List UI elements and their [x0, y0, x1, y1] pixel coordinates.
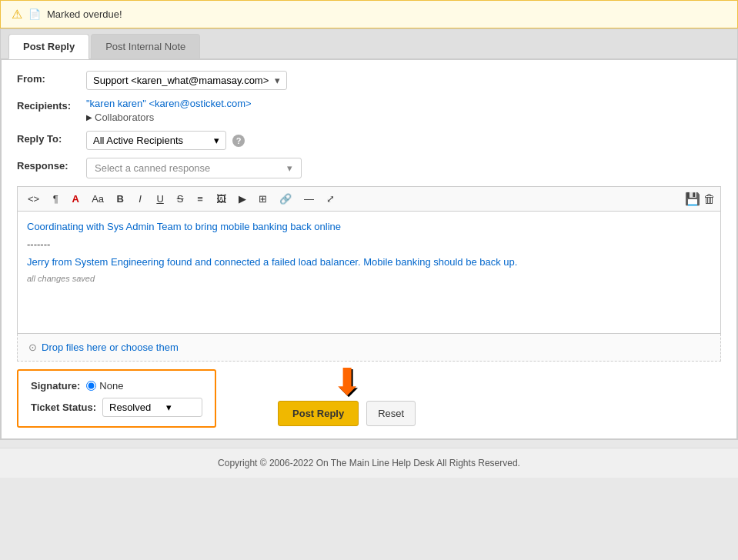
- from-row: From: Support <karen_what@mamasay.com> ▾: [17, 71, 721, 90]
- doc-icon: 📄: [28, 8, 41, 20]
- arrow-right-icon: ▶: [86, 113, 92, 122]
- from-value: Support <karen_what@mamasay.com> ▾: [86, 71, 721, 90]
- reply-to-text: All Active Recipients: [93, 135, 183, 146]
- delete-draft-icon[interactable]: 🗑: [703, 192, 716, 206]
- post-reply-button[interactable]: Post Reply: [278, 401, 359, 426]
- signature-label: Signature:: [31, 380, 80, 392]
- reset-button[interactable]: Reset: [366, 401, 416, 426]
- signature-none-option[interactable]: None: [86, 380, 123, 392]
- canned-chevron-icon: ▾: [287, 162, 292, 174]
- signature-row: Signature: None: [31, 380, 202, 392]
- toolbar-right: 💾 🗑: [685, 192, 716, 206]
- canned-response-select[interactable]: Select a canned response ▾: [86, 158, 302, 178]
- bottom-section: Signature: None Ticket Status: Resolved …: [17, 369, 721, 428]
- toolbar-bold-btn[interactable]: B: [111, 190, 129, 208]
- toolbar-font-size-btn[interactable]: Aa: [86, 190, 109, 208]
- save-draft-icon[interactable]: 💾: [685, 192, 700, 206]
- response-row: Response: Select a canned response ▾: [17, 158, 721, 178]
- footer: Copyright © 2006-2022 On The Main Line H…: [0, 448, 738, 478]
- footer-text: Copyright © 2006-2022 On The Main Line H…: [218, 458, 520, 468]
- toolbar-video-btn[interactable]: ▶: [233, 190, 252, 208]
- collaborators-link[interactable]: ▶ Collaborators: [86, 112, 721, 123]
- reply-to-label: Reply To:: [17, 131, 86, 145]
- signature-none-label: None: [99, 380, 123, 392]
- help-icon[interactable]: ?: [232, 135, 245, 147]
- toolbar-hr-btn[interactable]: —: [299, 190, 319, 208]
- response-value: Select a canned response ▾: [86, 158, 721, 178]
- drop-files-text[interactable]: Drop files here or choose them: [42, 342, 179, 353]
- signature-none-radio[interactable]: [86, 381, 96, 391]
- down-arrow-icon: ⬇: [332, 364, 362, 401]
- toolbar-left: <> ¶ A Aa B I U S ≡ 🖼 ▶ ⊞ 🔗 — ⤢: [22, 190, 340, 208]
- reply-to-chevron-icon: ▾: [214, 135, 219, 146]
- signature-status-box: Signature: None Ticket Status: Resolved …: [17, 369, 216, 428]
- drop-files-area[interactable]: ⊙ Drop files here or choose them: [17, 334, 721, 362]
- from-label: From:: [17, 71, 86, 85]
- response-label: Response:: [17, 158, 86, 172]
- warning-icon: ⚠: [12, 7, 22, 22]
- toolbar-italic-btn[interactable]: I: [131, 190, 149, 208]
- toolbar-underline-btn[interactable]: U: [151, 190, 169, 208]
- ticket-status-label: Ticket Status:: [31, 402, 96, 413]
- warning-bar: ⚠ 📄 Marked overdue!: [0, 0, 738, 28]
- main-container: Post Reply Post Internal Note From: Supp…: [0, 28, 738, 440]
- attach-icon: ⊙: [28, 342, 37, 353]
- reply-to-inner: All Active Recipients ▾ ?: [86, 131, 721, 150]
- toolbar-image-btn[interactable]: 🖼: [211, 190, 232, 208]
- tabs-container: Post Reply Post Internal Note: [1, 29, 737, 59]
- toolbar-code-btn[interactable]: <>: [22, 190, 45, 208]
- from-select[interactable]: Support <karen_what@mamasay.com> ▾: [86, 71, 287, 90]
- editor-separator: -------: [27, 238, 711, 250]
- ticket-status-row: Ticket Status: Resolved ▾: [31, 398, 202, 417]
- toolbar-expand-btn[interactable]: ⤢: [321, 190, 340, 208]
- editor-area[interactable]: Coordinating with Sys Admin Team to brin…: [17, 211, 721, 334]
- reply-to-value: All Active Recipients ▾ ?: [86, 131, 721, 150]
- editor-autosave: all changes saved: [27, 274, 711, 283]
- toolbar-link-btn[interactable]: 🔗: [274, 190, 297, 208]
- toolbar-table-btn[interactable]: ⊞: [253, 190, 272, 208]
- editor-line1: Coordinating with Sys Admin Team to brin…: [27, 221, 711, 232]
- recipient-link[interactable]: "karen karen" <karen@osticket.com>: [86, 98, 252, 109]
- arrow-annotation: ⬇: [332, 364, 362, 401]
- collaborators-label: Collaborators: [95, 112, 154, 123]
- tab-post-reply[interactable]: Post Reply: [8, 34, 89, 59]
- recipients-label: Recipients:: [17, 98, 86, 112]
- editor-line2: Jerry from System Engineering found and …: [27, 256, 711, 268]
- status-chevron-icon: ▾: [166, 402, 172, 413]
- chevron-down-icon: ▾: [275, 75, 280, 86]
- ticket-status-select[interactable]: Resolved ▾: [102, 398, 202, 417]
- recipients-value: "karen karen" <karen@osticket.com> ▶ Col…: [86, 98, 721, 123]
- editor-toolbar: <> ¶ A Aa B I U S ≡ 🖼 ▶ ⊞ 🔗 — ⤢ 💾 🗑: [17, 186, 721, 211]
- warning-text: Marked overdue!: [47, 8, 122, 20]
- recipients-row: Recipients: "karen karen" <karen@osticke…: [17, 98, 721, 123]
- form-area: From: Support <karen_what@mamasay.com> ▾…: [1, 59, 737, 439]
- action-buttons: Post Reply Reset: [278, 401, 416, 426]
- toolbar-list-btn[interactable]: ≡: [191, 190, 209, 208]
- ticket-status-value: Resolved: [109, 402, 151, 413]
- action-area: ⬇ Post Reply Reset: [278, 372, 416, 426]
- reply-to-select[interactable]: All Active Recipients ▾: [86, 131, 226, 150]
- from-text: Support <karen_what@mamasay.com>: [93, 75, 269, 86]
- toolbar-paragraph-btn[interactable]: ¶: [46, 190, 65, 208]
- toolbar-strikethrough-btn[interactable]: S: [171, 190, 189, 208]
- canned-placeholder: Select a canned response: [95, 162, 210, 174]
- toolbar-font-color-btn[interactable]: A: [66, 190, 85, 208]
- reply-to-row: Reply To: All Active Recipients ▾ ?: [17, 131, 721, 150]
- tab-post-internal-note[interactable]: Post Internal Note: [91, 34, 200, 58]
